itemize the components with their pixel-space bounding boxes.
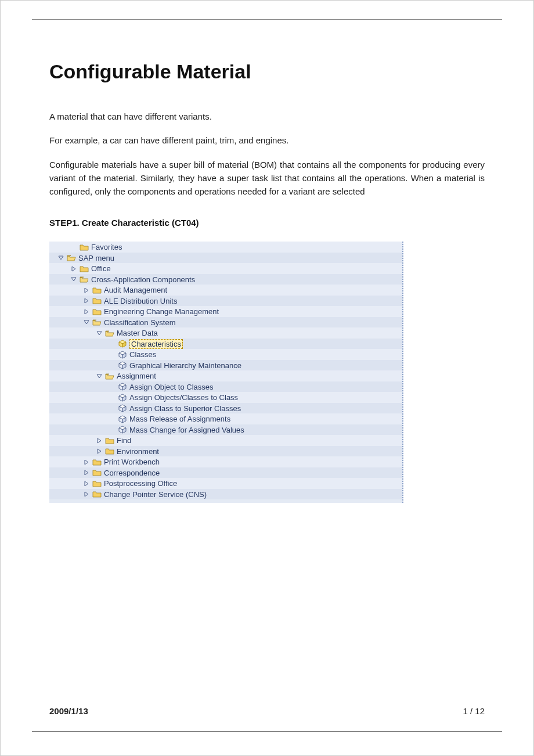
tree-item-label[interactable]: Graphical Hierarchy Maintenance [129,361,241,370]
folder-closed-icon [105,447,114,455]
page-title: Configurable Material [49,60,485,83]
tree-row[interactable]: Print Workbench [49,456,402,467]
tree-row[interactable]: Cross-Application Components [49,274,402,285]
expander-right-icon[interactable] [96,437,103,444]
tree-row[interactable]: Audit Management [49,285,402,296]
svg-marker-17 [97,375,102,378]
tree-item-label[interactable]: Cross-Application Components [91,275,195,284]
tree-row[interactable]: Postprocessing Office [49,478,402,489]
tree-item-label[interactable]: Print Workbench [104,458,160,466]
tree-row[interactable]: Master Data [49,327,402,339]
expander-right-icon[interactable] [83,308,90,315]
tree-row[interactable]: ALE Distribution Units [49,296,402,307]
transaction-icon [118,383,127,391]
tree-item-label[interactable]: Classification System [104,318,176,327]
expander-right-icon[interactable] [83,480,90,487]
transaction-icon [118,426,127,434]
svg-marker-4 [85,298,88,303]
folder-closed-icon [92,286,102,294]
tree-row[interactable]: Assignment [49,370,402,381]
tree-item-label[interactable]: Audit Management [104,286,167,294]
folder-open-icon [80,275,89,283]
expander-right-icon[interactable] [83,491,90,498]
tree-row[interactable]: Assign Class to Superior Classes [49,403,402,414]
tree-row[interactable]: Correspondence [49,467,402,478]
expander-right-icon[interactable] [83,287,90,294]
footer-date: 2009/1/13 [49,706,88,716]
tree-row[interactable]: Characteristics [49,339,402,350]
tree-row[interactable]: Change Pointer Service (CNS) [49,489,402,500]
tree-row[interactable]: Assign Objects/Classes to Class [49,392,402,403]
folder-open-icon [67,254,76,262]
svg-marker-2 [71,278,76,281]
tree-row[interactable]: Environment [49,446,402,457]
tree-item-label[interactable]: SAP menu [78,254,114,262]
expander-down-icon[interactable] [70,276,77,283]
tree-row[interactable]: SAP menu [49,253,402,264]
expander-placeholder [109,416,116,423]
tree-item-label[interactable]: Favorites [91,243,122,251]
svg-marker-0 [59,256,63,260]
tree-row[interactable]: Find [49,435,402,446]
tree-row[interactable]: Mass Release of Assignments [49,413,402,424]
tree-item-label[interactable]: Mass Change for Assigned Values [129,426,244,434]
expander-right-icon[interactable] [96,448,103,455]
transaction-icon [118,351,127,359]
tree-row[interactable]: Classes [49,349,402,360]
tree-row[interactable]: Mass Change for Assigned Values [49,424,402,435]
sap-menu-tree[interactable]: FavoritesSAP menuOfficeCross-Application… [49,242,403,503]
tree-item-label[interactable]: Change Pointer Service (CNS) [104,490,207,499]
transaction-selected-icon [118,340,127,348]
expander-down-icon[interactable] [96,330,103,337]
expander-down-icon[interactable] [96,373,103,380]
folder-closed-icon [92,458,102,466]
expander-placeholder [70,244,77,251]
expander-right-icon[interactable] [83,297,90,304]
tree-item-label[interactable]: Classes [129,350,156,359]
svg-marker-38 [85,492,88,496]
expander-placeholder [109,426,116,433]
transaction-icon [118,394,127,402]
folder-closed-icon [92,490,102,498]
tree-item-label[interactable]: Assign Objects/Classes to Class [129,393,238,402]
tree-item-label[interactable]: Correspondence [104,469,160,477]
tree-item-label[interactable]: Engineering Change Management [104,307,219,316]
tree-item-label[interactable]: Assignment [117,372,156,380]
content-frame: Configurable Material A material that ca… [32,19,502,732]
tree-item-label[interactable]: Assign Class to Superior Classes [129,404,241,413]
svg-marker-1 [72,267,75,271]
tree-item-label[interactable]: Master Data [117,329,158,337]
expander-right-icon[interactable] [83,459,90,466]
folder-closed-icon [92,469,102,477]
svg-marker-35 [85,460,88,465]
tree-item-label[interactable]: Assign Object to Classes [129,383,214,391]
tree-row[interactable]: Favorites [49,242,402,253]
svg-marker-5 [85,309,88,314]
tree-row[interactable]: Office [49,263,402,274]
tree-item-label[interactable]: Postprocessing Office [104,479,177,488]
tree-row[interactable]: Classification System [49,317,402,328]
content-body: Configurable Material A material that ca… [49,20,485,503]
tree-item-label[interactable]: Office [91,264,111,273]
step-heading: STEP1. Create Characteristic (CT04) [49,218,485,228]
svg-marker-34 [98,449,101,453]
transaction-icon [118,404,127,412]
tree-row[interactable]: Assign Object to Classes [49,381,402,393]
folder-closed-icon [92,480,102,488]
intro-paragraph: A material that can have different varia… [49,110,485,123]
transaction-icon [118,361,127,369]
tree-item-label[interactable]: Environment [117,447,159,456]
document-page: Configurable Material A material that ca… [0,0,534,756]
tree-row[interactable]: Graphical Hierarchy Maintenance [49,360,402,371]
expander-right-icon[interactable] [83,469,90,476]
expander-right-icon[interactable] [70,265,77,272]
tree-row[interactable]: Engineering Change Management [49,306,402,317]
expander-down-icon[interactable] [83,319,90,326]
tree-item-label[interactable]: Mass Release of Assignments [129,415,230,423]
folder-closed-icon [92,308,102,316]
expander-placeholder [109,340,116,347]
tree-item-label[interactable]: Characteristics [129,339,183,349]
tree-item-label[interactable]: Find [117,436,131,445]
expander-down-icon[interactable] [57,254,64,261]
tree-item-label[interactable]: ALE Distribution Units [104,297,177,305]
